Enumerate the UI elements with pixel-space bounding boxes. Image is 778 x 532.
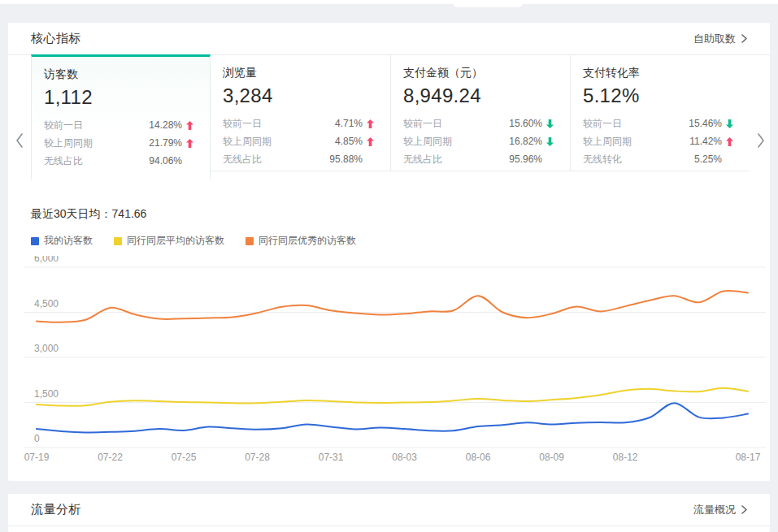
metric-title: 浏览量 [223,66,374,80]
metric-row: 较上周同期 16.82% [403,132,554,150]
core-metrics-header: 核心指标 自助取数 [8,23,770,55]
metric-value: 3,284 [223,84,374,107]
metric-row: 较前一日 15.60% [403,115,554,132]
chevron-right-icon [741,34,747,43]
legend-item-peer-excellent[interactable]: 同行同层优秀的访客数 [246,234,356,248]
carousel-prev-button[interactable] [11,130,28,151]
metric-row: 较上周同期 11.42% [583,132,733,150]
metric-row: 无线转化 5.25% [583,150,733,168]
visitors-trend-chart: 01,5003,0004,5006,00007-1907-2207-2507-2… [24,256,770,465]
svg-text:07-28: 07-28 [245,452,270,463]
svg-text:08-09: 08-09 [539,452,564,463]
metric-row: 较前一日 4.71% [223,115,374,132]
chevron-right-icon [757,133,765,148]
visitors-trend-section: 最近30天日均：741.66 我的访客数 同行同层平均的访客数 同行同层优秀的访… [8,179,770,465]
trend-arrow-icon [367,119,374,128]
svg-text:08-06: 08-06 [466,452,491,463]
traffic-analysis-title: 流量分析 [31,502,81,517]
scrolled-tab-edge [453,0,523,7]
svg-text:1,500: 1,500 [34,388,59,400]
legend-item-my-visitors[interactable]: 我的访客数 [31,234,93,248]
self-service-data-label: 自助取数 [693,32,736,46]
svg-text:08-12: 08-12 [613,452,638,463]
chart-legend: 我的访客数 同行同层平均的访客数 同行同层优秀的访客数 [31,234,770,248]
traffic-analysis-panel: 流量分析 流量概况 [8,494,770,532]
metric-value: 1,112 [44,86,193,109]
svg-text:07-25: 07-25 [172,452,197,463]
trend-arrow-icon [726,137,733,146]
traffic-overview-label: 流量概况 [693,503,736,517]
metric-cards-row: 访客数 1,112 较前一日 14.28% 较上周同期 21.79% 无线占比 … [8,55,770,179]
metric-row: 无线占比 94.06% [44,152,193,170]
svg-text:4,500: 4,500 [34,298,59,309]
carousel-next-button[interactable] [752,130,770,151]
metric-card-visitors[interactable]: 访客数 1,112 较前一日 14.28% 较上周同期 21.79% 无线占比 … [31,54,211,179]
scrolled-panel-edge [0,0,778,4]
svg-text:07-19: 07-19 [24,452,50,463]
metric-card-conversion-rate[interactable]: 支付转化率 5.12% 较前一日 15.46% 较上周同期 11.42% 无线转… [570,55,750,171]
svg-text:08-03: 08-03 [392,452,417,463]
metric-row: 无线占比 95.96% [403,150,554,168]
metric-row: 较上周同期 4.85% [223,132,374,150]
metric-card-payment-amount[interactable]: 支付金额（元） 8,949.24 较前一日 15.60% 较上周同期 16.82… [390,55,570,171]
trend-arrow-icon [186,139,193,148]
trend-arrow-icon [726,119,733,128]
metric-title: 支付转化率 [583,66,733,80]
metric-row: 无线占比 95.88% [223,150,374,168]
metric-value: 5.12% [583,84,733,107]
svg-text:07-31: 07-31 [319,452,344,463]
legend-item-peer-average[interactable]: 同行同层平均的访客数 [114,234,224,248]
legend-swatch-blue [31,237,39,245]
chevron-left-icon [15,133,24,148]
metric-title: 访客数 [44,67,193,82]
trend-arrow-icon [367,137,374,146]
traffic-analysis-header: 流量分析 流量概况 [8,494,770,526]
chevron-right-icon [741,505,747,514]
trend-arrow-icon [186,121,193,130]
svg-text:08-17: 08-17 [736,452,761,463]
core-metrics-panel: 核心指标 自助取数 访客数 1,112 较前一日 14.28% 较上周同期 21… [8,23,770,481]
traffic-overview-link[interactable]: 流量概况 [693,503,747,517]
metric-row: 较前一日 14.28% [44,116,193,134]
legend-swatch-yellow [114,237,122,245]
svg-text:07-22: 07-22 [98,452,123,463]
svg-text:0: 0 [34,433,40,444]
svg-text:3,000: 3,000 [34,343,59,354]
metric-value: 8,949.24 [403,84,554,107]
trend-arrow-icon [546,137,554,146]
metric-row: 较前一日 15.46% [583,115,733,132]
page-title: 核心指标 [31,31,81,46]
metric-title: 支付金额（元） [403,66,554,80]
metric-card-pageviews[interactable]: 浏览量 3,284 较前一日 4.71% 较上周同期 4.85% 无线占比 95… [211,55,390,171]
metric-row: 较上周同期 21.79% [44,134,193,152]
svg-text:6,000: 6,000 [34,256,59,264]
self-service-data-link[interactable]: 自助取数 [693,32,747,46]
legend-swatch-orange [246,237,254,245]
trend-arrow-icon [546,119,554,128]
average-30d-label: 最近30天日均：741.66 [31,207,770,222]
